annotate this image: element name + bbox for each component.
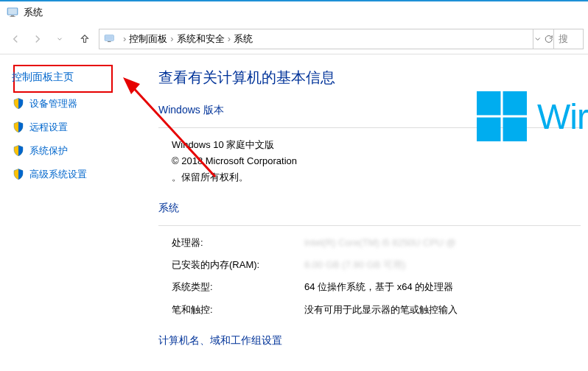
control-panel-home-link[interactable]: 控制面板主页	[12, 71, 139, 84]
windows-logo-icon	[477, 91, 527, 141]
breadcrumb[interactable]: › 控制面板 › 系统和安全 › 系统	[99, 29, 533, 49]
info-row-ram: 已安装的内存(RAM): 8.00 GB (7.90 GB 可用)	[172, 257, 581, 273]
shield-icon	[12, 168, 25, 181]
forward-button[interactable]	[27, 28, 49, 50]
sidebar-link-remote-settings[interactable]: 远程设置	[12, 121, 139, 134]
section-title-system: 系统	[158, 202, 581, 215]
back-button[interactable]	[4, 28, 27, 50]
info-label: 已安装的内存(RAM):	[172, 257, 304, 273]
section-title-computer-name: 计算机名、域和工作组设置	[158, 334, 581, 347]
sidebar-link-label: 高级系统设置	[29, 168, 87, 181]
svg-rect-1	[8, 9, 17, 15]
breadcrumb-item[interactable]: 系统	[234, 32, 253, 46]
system-info-body: 处理器: Intel(R) Core(TM) i5 8250U CPU @ 已安…	[158, 235, 581, 317]
main-panel: 查看有关计算机的基本信息 Windows 版本 Windows 10 家庭中文版…	[151, 54, 588, 371]
titlebar: 系统	[0, 0, 588, 24]
chevron-right-icon: ›	[123, 33, 126, 44]
svg-rect-8	[503, 91, 527, 115]
chevron-right-icon: ›	[228, 33, 231, 44]
info-label: 笔和触控:	[172, 302, 304, 318]
navbar: › 控制面板 › 系统和安全 › 系统 搜	[0, 24, 588, 54]
windows-brand-text: Wir	[537, 96, 588, 137]
svg-rect-2	[11, 15, 15, 17]
copyright-line: 。保留所有权利。	[172, 169, 581, 186]
windows-brand: Wir	[477, 91, 588, 141]
breadcrumb-item[interactable]: 系统和安全	[177, 32, 225, 46]
sidebar-link-label: 设备管理器	[29, 97, 77, 110]
sidebar: 控制面板主页 设备管理器 远程设置 系统保护	[0, 54, 151, 371]
info-value: 64 位操作系统，基于 x64 的处理器	[304, 279, 453, 295]
info-value: 8.00 GB (7.90 GB 可用)	[304, 257, 405, 273]
shield-icon	[12, 144, 25, 158]
info-row-systype: 系统类型: 64 位操作系统，基于 x64 的处理器	[172, 279, 581, 295]
window-title: 系统	[24, 6, 43, 19]
page-heading: 查看有关计算机的基本信息	[158, 68, 581, 88]
svg-rect-3	[10, 16, 15, 17]
system-icon	[6, 6, 19, 19]
content-area: 控制面板主页 设备管理器 远程设置 系统保护	[0, 54, 588, 371]
search-placeholder: 搜	[559, 32, 568, 46]
refresh-dropdown[interactable]	[533, 29, 554, 49]
svg-rect-5	[105, 35, 113, 40]
divider	[158, 225, 581, 226]
info-value: 没有可用于此显示器的笔或触控输入	[304, 302, 458, 318]
shield-icon	[12, 121, 25, 134]
sidebar-link-label: 系统保护	[29, 144, 68, 158]
recent-dropdown[interactable]	[49, 28, 71, 50]
chevron-right-icon: ›	[170, 33, 173, 44]
shield-icon	[12, 97, 25, 110]
svg-rect-6	[108, 41, 111, 42]
info-value: Intel(R) Core(TM) i5 8250U CPU @	[304, 235, 455, 251]
sidebar-link-label: 远程设置	[29, 121, 68, 134]
computer-icon	[102, 32, 117, 46]
breadcrumb-item[interactable]: 控制面板	[129, 32, 167, 46]
copyright-line: © 2018 Microsoft Corporation	[172, 153, 581, 169]
sidebar-link-advanced-settings[interactable]: 高级系统设置	[12, 168, 139, 181]
sidebar-link-device-manager[interactable]: 设备管理器	[12, 97, 139, 110]
info-label: 系统类型:	[172, 279, 304, 295]
svg-rect-10	[503, 118, 527, 141]
info-row-pen: 笔和触控: 没有可用于此显示器的笔或触控输入	[172, 302, 581, 318]
svg-rect-9	[477, 118, 500, 141]
up-button[interactable]	[74, 28, 96, 50]
info-row-processor: 处理器: Intel(R) Core(TM) i5 8250U CPU @	[172, 235, 581, 251]
search-input[interactable]: 搜	[554, 29, 584, 49]
windows-edition-body: Windows 10 家庭中文版 © 2018 Microsoft Corpor…	[158, 137, 581, 186]
info-label: 处理器:	[172, 235, 304, 251]
sidebar-link-system-protection[interactable]: 系统保护	[12, 144, 139, 158]
svg-rect-7	[477, 91, 500, 115]
